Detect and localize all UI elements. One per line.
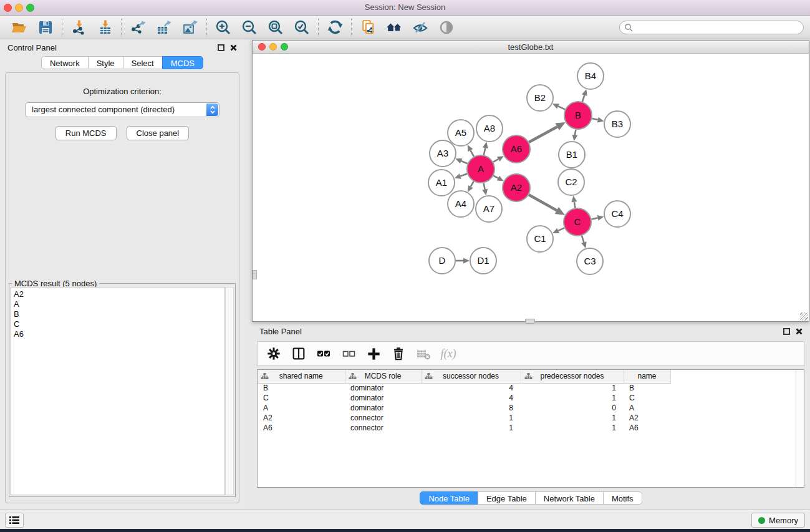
tab-edge-table[interactable]: Edge Table bbox=[478, 491, 536, 505]
graph-edge-B-B3[interactable] bbox=[592, 117, 604, 123]
show-columns-button[interactable] bbox=[287, 344, 310, 364]
fit-content-button[interactable] bbox=[263, 17, 289, 37]
graph-node-B4[interactable]: B4 bbox=[577, 63, 604, 89]
graph-node-B2[interactable]: B2 bbox=[527, 85, 553, 111]
column-header[interactable]: predecessor nodes bbox=[521, 370, 624, 383]
graph-edge-B-B4[interactable] bbox=[582, 89, 587, 102]
graph-edge-C-C3[interactable] bbox=[581, 236, 587, 248]
tab-node-table[interactable]: Node Table bbox=[420, 491, 478, 505]
column-header[interactable]: name bbox=[624, 370, 670, 383]
table-cell[interactable]: A6 bbox=[624, 423, 670, 433]
new-network-from-selection-button[interactable] bbox=[355, 17, 381, 37]
graph-edge-A-A3[interactable] bbox=[455, 158, 467, 163]
graph-node-A8[interactable]: A8 bbox=[476, 115, 503, 142]
delete-table-button[interactable] bbox=[412, 344, 435, 364]
zoom-out-button[interactable] bbox=[236, 17, 263, 37]
table-vertical-scrollbar[interactable] bbox=[796, 370, 804, 487]
table-cell[interactable]: A bbox=[624, 403, 670, 413]
delete-columns-button[interactable] bbox=[387, 344, 410, 364]
graph-node-A6[interactable]: A6 bbox=[503, 135, 530, 163]
tab-network-table[interactable]: Network Table bbox=[535, 491, 604, 505]
graph-node-B[interactable]: B bbox=[564, 102, 592, 129]
create-column-button[interactable] bbox=[362, 344, 385, 364]
tab-motifs[interactable]: Motifs bbox=[603, 491, 642, 505]
graph-node-A4[interactable]: A4 bbox=[448, 191, 474, 217]
table-cell[interactable]: A2 bbox=[624, 413, 670, 423]
graph-edge-B-B1[interactable] bbox=[572, 130, 578, 142]
result-item[interactable]: A bbox=[14, 299, 224, 309]
function-builder-button[interactable]: f(x) bbox=[437, 344, 460, 364]
graph-edge-A2-C[interactable] bbox=[529, 195, 565, 215]
result-list-scrollbar[interactable] bbox=[225, 287, 234, 495]
import-network-button[interactable] bbox=[65, 17, 92, 37]
criterion-select[interactable]: largest connected component (directed) bbox=[25, 102, 219, 117]
apply-layout-button[interactable] bbox=[322, 17, 348, 37]
graph-edge-A6-B[interactable] bbox=[529, 122, 566, 142]
resize-grip[interactable] bbox=[800, 312, 808, 321]
graph-node-A3[interactable]: A3 bbox=[430, 140, 456, 167]
run-mcds-button[interactable]: Run MCDS bbox=[55, 126, 117, 140]
table-cell[interactable]: 1 bbox=[521, 413, 624, 423]
graph-node-D1[interactable]: D1 bbox=[470, 248, 496, 274]
mcds-result-list[interactable]: A2ABCA6 bbox=[11, 287, 225, 495]
table-cell[interactable]: A2 bbox=[258, 413, 345, 423]
zoom-in-button[interactable] bbox=[210, 17, 236, 37]
close-panel-icon[interactable] bbox=[230, 44, 237, 51]
table-cell[interactable]: 1 bbox=[521, 383, 624, 393]
table-cell[interactable]: connector bbox=[345, 423, 421, 433]
table-cell[interactable]: 4 bbox=[421, 393, 521, 403]
graph-node-D[interactable]: D bbox=[429, 248, 455, 274]
table-cell[interactable]: 4 bbox=[421, 383, 521, 393]
graph-edge-A-A6[interactable] bbox=[493, 156, 504, 162]
close-panel-button[interactable]: Close panel bbox=[127, 126, 190, 140]
graph-edge-C-C1[interactable] bbox=[552, 228, 564, 233]
graph-edge-B-B2[interactable] bbox=[552, 104, 565, 109]
tab-mcds[interactable]: MCDS bbox=[162, 56, 203, 69]
graph-node-C1[interactable]: C1 bbox=[527, 226, 553, 252]
graph-node-B3[interactable]: B3 bbox=[604, 111, 630, 137]
task-history-button[interactable] bbox=[5, 513, 24, 528]
search-input[interactable] bbox=[619, 21, 804, 34]
graph-edge-D-D1[interactable] bbox=[456, 258, 470, 264]
network-canvas[interactable]: AA1A2A3A4A5A6A7A8BB1B2B3B4CC1C2C3C4DD1 bbox=[253, 54, 809, 321]
memory-button[interactable]: Memory bbox=[751, 513, 805, 528]
canvas-left-handle[interactable] bbox=[253, 270, 257, 279]
result-item[interactable]: A2 bbox=[14, 289, 224, 299]
table-cell[interactable]: 8 bbox=[421, 403, 521, 413]
table-cell[interactable]: 1 bbox=[421, 413, 521, 423]
float-table-panel-icon[interactable] bbox=[783, 328, 790, 335]
table-cell[interactable]: C bbox=[624, 393, 670, 403]
graph-node-A5[interactable]: A5 bbox=[448, 120, 474, 146]
close-table-panel-icon[interactable] bbox=[796, 328, 803, 335]
zoom-selected-button[interactable] bbox=[289, 17, 315, 37]
network-graph[interactable]: AA1A2A3A4A5A6A7A8BB1B2B3B4CC1C2C3C4DD1 bbox=[253, 54, 809, 321]
table-cell[interactable]: dominator bbox=[345, 393, 421, 403]
tab-style[interactable]: Style bbox=[88, 56, 123, 69]
graph-edge-A-A7[interactable] bbox=[482, 183, 488, 196]
result-item[interactable]: A6 bbox=[14, 329, 224, 339]
column-header[interactable]: MCDS role bbox=[345, 370, 421, 383]
float-panel-icon[interactable] bbox=[218, 44, 224, 51]
table-cell[interactable]: A bbox=[258, 403, 345, 413]
column-header[interactable]: shared name bbox=[258, 370, 345, 383]
graph-edge-C-C4[interactable] bbox=[592, 215, 604, 221]
graph-node-C3[interactable]: C3 bbox=[577, 248, 603, 274]
graph-node-A2[interactable]: A2 bbox=[503, 174, 530, 201]
import-table-button[interactable] bbox=[92, 17, 118, 37]
graph-node-A1[interactable]: A1 bbox=[428, 170, 455, 196]
select-all-columns-button[interactable] bbox=[312, 344, 335, 364]
table-cell[interactable]: dominator bbox=[345, 383, 421, 393]
graph-edge-A-A5[interactable] bbox=[468, 145, 474, 157]
unselect-all-columns-button[interactable] bbox=[337, 344, 360, 364]
graph-edge-C-C2[interactable] bbox=[571, 196, 577, 208]
table-cell[interactable]: 1 bbox=[521, 393, 624, 403]
result-item[interactable]: C bbox=[14, 319, 224, 329]
result-item[interactable]: B bbox=[14, 309, 224, 319]
table-cell[interactable]: connector bbox=[345, 413, 421, 423]
graph-node-C[interactable]: C bbox=[564, 208, 591, 236]
graph-node-A[interactable]: A bbox=[467, 155, 494, 183]
table-mode-button[interactable] bbox=[263, 344, 285, 364]
first-neighbors-button[interactable] bbox=[381, 17, 407, 37]
export-image-button[interactable] bbox=[177, 17, 203, 37]
export-table-button[interactable] bbox=[151, 17, 177, 37]
